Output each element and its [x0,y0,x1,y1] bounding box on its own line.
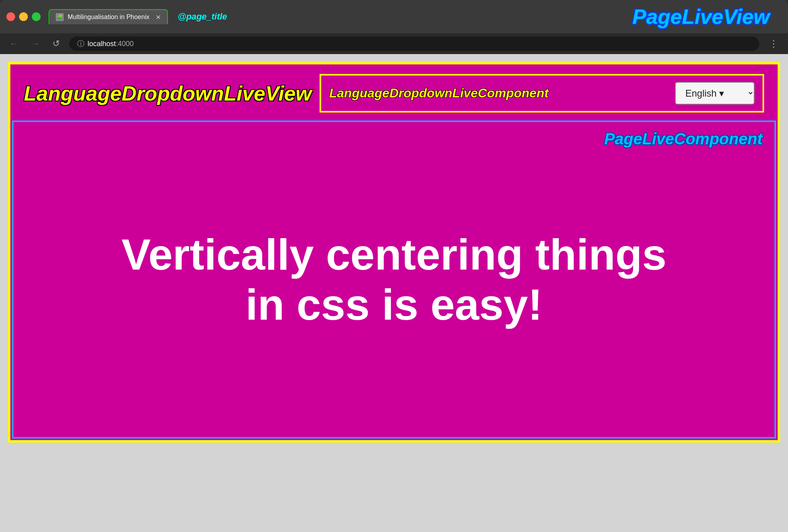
page-content: LanguageDropdownLiveView LanguageDropdow… [0,54,788,532]
page-live-component-label: PageLiveComponent [604,130,763,148]
minimize-button[interactable] [19,12,28,21]
language-dropdown-liveview-label: LanguageDropdownLiveView [24,82,312,105]
info-icon: ⓘ [77,39,84,49]
browser-menu-button[interactable]: ⋮ [766,37,782,51]
reload-button[interactable]: ↺ [49,37,63,50]
window-controls [6,12,41,21]
header-section: LanguageDropdownLiveView LanguageDropdow… [12,66,776,120]
close-button[interactable] [6,12,15,21]
address-protocol: localhost [88,40,116,48]
maximize-button[interactable] [32,12,41,21]
tab-close-button[interactable]: ✕ [156,14,161,21]
main-heading: Vertically centering things in css is ea… [105,206,682,354]
tab-favicon: 🧩 [56,13,64,21]
address-text: localhost:4000 [88,40,134,48]
language-dropdown-liveview-container: LanguageDropdownLiveView LanguageDropdow… [8,62,780,443]
tab-title: Multilingualisation in Phoenix [68,14,149,21]
address-port: :4000 [116,40,134,48]
language-select[interactable]: English ▾ French Spanish German Portugue… [675,82,755,105]
language-dropdown-component-container: LanguageDropdownLiveComponent English ▾ … [320,74,764,113]
page-live-view-header-label: PageLiveView [632,5,782,29]
address-bar: ⓘ localhost:4000 [69,37,759,51]
browser-addressbar: ← → ↺ ⓘ localhost:4000 ⋮ [0,33,788,54]
main-content-area: PageLiveComponent Vertically centering t… [12,120,776,439]
back-button[interactable]: ← [6,37,21,50]
forward-button[interactable]: → [28,37,43,50]
page-title-tag: @page_title [177,12,227,22]
language-dropdown-component-label: LanguageDropdownLiveComponent [329,86,548,101]
heading-line1: Vertically centering things [121,230,666,279]
active-tab[interactable]: 🧩 Multilingualisation in Phoenix ✕ [49,9,168,24]
browser-titlebar: 🧩 Multilingualisation in Phoenix ✕ @page… [0,0,788,33]
heading-line2: in css is easy! [246,280,542,329]
browser-window: 🧩 Multilingualisation in Phoenix ✕ @page… [0,0,788,532]
tab-bar: 🧩 Multilingualisation in Phoenix ✕ @page… [49,9,632,24]
